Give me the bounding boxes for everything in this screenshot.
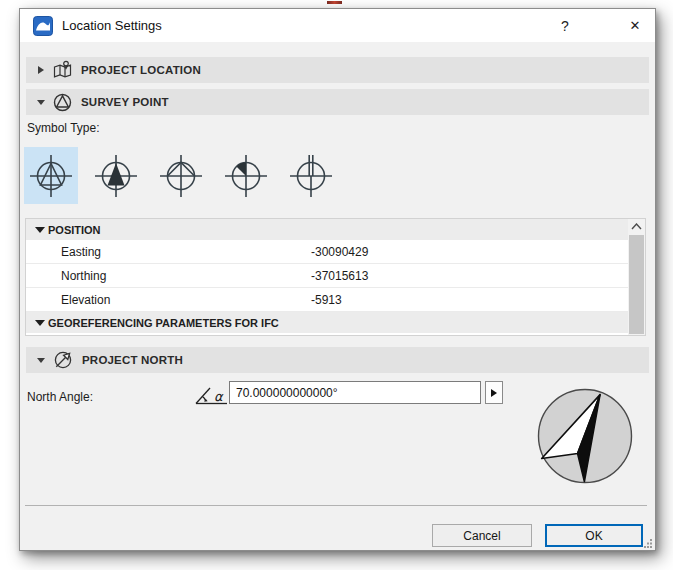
expander-down-icon bbox=[34, 319, 46, 327]
survey-point-icon bbox=[52, 92, 73, 113]
north-angle-flyout-button[interactable] bbox=[485, 381, 503, 404]
flyout-right-icon bbox=[491, 389, 497, 397]
symbol-option-quarter-filled[interactable] bbox=[219, 147, 273, 204]
symbol-type-label: Symbol Type: bbox=[27, 121, 99, 135]
map-pin-icon bbox=[52, 60, 73, 81]
section-label: PROJECT NORTH bbox=[82, 354, 183, 366]
section-project-north[interactable]: PROJECT NORTH bbox=[26, 347, 649, 373]
north-arrow-preview[interactable] bbox=[535, 386, 635, 486]
svg-text:α: α bbox=[214, 389, 224, 404]
survey-point-parameter-list: POSITION Easting -30090429 Northing -370… bbox=[25, 218, 646, 336]
table-row-elevation[interactable]: Elevation -5913 bbox=[26, 288, 645, 312]
vertical-scrollbar[interactable] bbox=[628, 219, 645, 335]
resize-grip[interactable] bbox=[642, 537, 653, 548]
table-row-easting[interactable]: Easting -30090429 bbox=[26, 240, 645, 264]
row-value: -37015613 bbox=[311, 269, 368, 283]
group-label: POSITION bbox=[48, 224, 101, 236]
expander-down-icon bbox=[34, 226, 46, 234]
footer-separator bbox=[25, 505, 647, 506]
screenshot-artifact bbox=[327, 1, 342, 4]
archicad-logo-icon bbox=[33, 16, 53, 36]
section-label: PROJECT LOCATION bbox=[81, 64, 201, 76]
section-project-location[interactable]: PROJECT LOCATION bbox=[26, 57, 649, 83]
help-button[interactable]: ? bbox=[548, 9, 582, 42]
group-header-georeferencing[interactable]: GEOREFERENCING PARAMETERS FOR IFC bbox=[26, 312, 645, 333]
group-label: GEOREFERENCING PARAMETERS FOR IFC bbox=[48, 317, 279, 329]
table-row-northing[interactable]: Northing -37015613 bbox=[26, 264, 645, 288]
row-value: -30090429 bbox=[311, 245, 368, 259]
row-label: Easting bbox=[26, 245, 311, 259]
close-button[interactable]: ✕ bbox=[618, 9, 652, 42]
row-label: Elevation bbox=[26, 293, 311, 307]
section-label: SURVEY POINT bbox=[81, 96, 169, 108]
row-value: -5913 bbox=[311, 293, 342, 307]
symbol-option-double-line[interactable] bbox=[284, 147, 338, 204]
north-angle-label: North Angle: bbox=[27, 390, 93, 404]
symbol-option-triangle-filled[interactable] bbox=[89, 147, 143, 204]
titlebar: Location Settings ? ✕ bbox=[20, 9, 655, 42]
scrollbar-thumb[interactable] bbox=[629, 235, 644, 334]
group-header-position[interactable]: POSITION bbox=[26, 219, 645, 240]
row-label: Northing bbox=[26, 269, 311, 283]
expander-down-icon bbox=[30, 358, 52, 363]
angle-alpha-icon[interactable]: α bbox=[195, 385, 229, 411]
symbol-option-triangle-outline[interactable] bbox=[24, 147, 78, 204]
north-angle-input[interactable] bbox=[229, 381, 481, 404]
cancel-button[interactable]: Cancel bbox=[432, 524, 532, 547]
scroll-up-icon[interactable] bbox=[628, 219, 645, 234]
location-settings-dialog: Location Settings ? ✕ PROJECT LOCATION S… bbox=[19, 8, 656, 551]
expander-down-icon bbox=[30, 100, 52, 105]
section-survey-point[interactable]: SURVEY POINT bbox=[26, 89, 649, 115]
dialog-title: Location Settings bbox=[62, 18, 162, 33]
symbol-option-chevron[interactable] bbox=[154, 147, 208, 204]
ok-button[interactable]: OK bbox=[545, 524, 643, 547]
symbol-type-options bbox=[24, 147, 338, 204]
expander-right-icon bbox=[30, 66, 52, 74]
compass-icon bbox=[52, 349, 74, 371]
